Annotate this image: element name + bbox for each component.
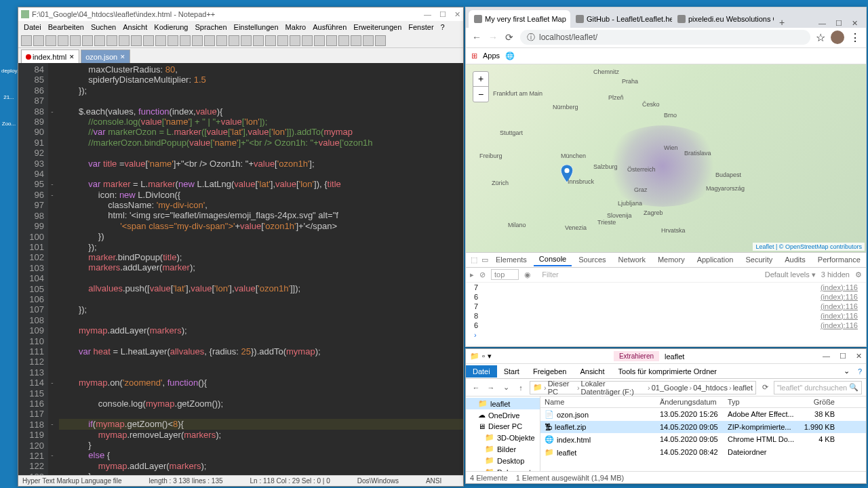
list-header[interactable]: Name Änderungsdatum Typ Größe <box>540 396 866 408</box>
device-toggle-icon[interactable]: ▭ <box>479 256 489 264</box>
dt-tab-audits[interactable]: Audits <box>779 253 811 266</box>
toolbar-button[interactable] <box>180 35 191 46</box>
console-row[interactable]: 8(index):116 <box>466 311 866 321</box>
toolbar-button[interactable] <box>338 35 349 46</box>
file-row[interactable]: 📁leaflet14.05.2020 08:42Dateiordner <box>540 446 866 459</box>
col-size[interactable]: Größe <box>798 396 839 407</box>
inspect-icon[interactable]: ⬚ <box>469 256 478 264</box>
apps-label[interactable]: Apps <box>483 52 500 60</box>
tree-item[interactable]: 📁Dokumente <box>466 466 540 471</box>
chrome-tab[interactable]: GitHub - Leaflet/Leaflet.heat ✕ <box>570 10 672 28</box>
toolbar-button[interactable] <box>363 35 374 46</box>
toolbar-button[interactable] <box>33 35 44 46</box>
npp-tab-active[interactable]: index.html ✕ <box>21 49 79 63</box>
breadcrumb-segment[interactable]: Dieser PC <box>548 380 576 396</box>
apps-icon[interactable]: ⊞ <box>471 52 477 60</box>
console-sidebar-toggle-icon[interactable]: ▸ <box>470 270 474 279</box>
help-icon[interactable]: ? <box>854 367 866 375</box>
menu-item[interactable]: Fenster <box>406 23 436 31</box>
ribbon-tab-datei[interactable]: Datei <box>466 365 497 378</box>
new-tab-button[interactable]: + <box>774 17 790 28</box>
desktop-icon[interactable]: Zoo... <box>1 121 16 127</box>
menu-item[interactable]: Suchen <box>88 23 119 31</box>
tree-item[interactable]: 📁3D-Objekte <box>466 432 540 443</box>
dt-tab-memory[interactable]: Memory <box>652 253 690 266</box>
desktop-icon[interactable]: deploy... <box>1 68 16 74</box>
maximize-button[interactable]: ☐ <box>835 19 842 28</box>
file-row[interactable]: 🌐index.html14.05.2020 09:05Chrome HTML D… <box>540 433 866 446</box>
breadcrumb-segment[interactable]: 01_Google <box>652 384 688 392</box>
console-settings-icon[interactable]: ⚙ <box>855 270 862 279</box>
file-row[interactable]: 📄ozon.json13.05.2020 15:26Adobe After Ef… <box>540 408 866 421</box>
explorer-nav-tree[interactable]: 📁leaflet☁OneDrive🖥Dieser PC📁3D-Objekte📁B… <box>466 396 540 471</box>
toolbar-button[interactable] <box>375 35 386 46</box>
toolbar-button[interactable] <box>94 35 105 46</box>
toolbar-button[interactable] <box>82 35 93 46</box>
forward-button[interactable]: → <box>485 384 497 392</box>
minimize-button[interactable]: — <box>818 19 826 28</box>
toolbar-button[interactable] <box>131 35 142 46</box>
file-row[interactable]: 🗜leaflet.zip14.05.2020 09:05ZIP-komprimi… <box>540 421 866 433</box>
console-row[interactable]: 7(index):116 <box>466 283 866 292</box>
console-row[interactable]: 7(index):116 <box>466 302 866 311</box>
reload-button[interactable]: ⟳ <box>504 32 515 43</box>
menu-item[interactable]: Einstellungen <box>231 23 281 31</box>
breadcrumb-segment[interactable]: Lokaler Datenträger (F:) <box>581 380 646 396</box>
refresh-button[interactable]: ⟳ <box>759 383 771 392</box>
zoom-out-button[interactable]: − <box>473 87 488 102</box>
ribbon-tab-start[interactable]: Start <box>497 365 526 378</box>
dt-tab-security[interactable]: Security <box>740 253 778 266</box>
toolbar-button[interactable] <box>119 35 130 46</box>
explorer-search-input[interactable]: "leaflet" durchsuchen 🔍 <box>774 381 862 394</box>
toolbar-button[interactable] <box>155 35 166 46</box>
menu-item[interactable]: Makro <box>283 23 309 31</box>
back-button[interactable]: ← <box>470 384 482 392</box>
url-input[interactable]: ⓘ localhost/leaflet/ <box>520 30 810 45</box>
maximize-button[interactable]: ☐ <box>439 10 446 19</box>
tree-item[interactable]: 📁Bilder <box>466 443 540 455</box>
desktop-icon[interactable]: 21... <box>1 94 16 100</box>
console-output[interactable]: 7(index):1166(index):1167(index):1168(in… <box>466 283 866 346</box>
toolbar-button[interactable] <box>58 35 68 46</box>
toolbar-button[interactable] <box>21 35 32 46</box>
toolbar-button[interactable] <box>314 35 325 46</box>
explorer-file-list[interactable]: Name Änderungsdatum Typ Größe 📄ozon.json… <box>540 396 866 471</box>
toolbar-button[interactable] <box>192 35 203 46</box>
col-date[interactable]: Änderungsdatum <box>656 396 724 407</box>
maximize-button[interactable]: ☐ <box>840 352 846 361</box>
map-attribution[interactable]: Leaflet | © OpenStreetMap contributors <box>753 243 865 251</box>
toolbar-button[interactable] <box>204 35 215 46</box>
dt-tab-sources[interactable]: Sources <box>573 253 611 266</box>
menu-item[interactable]: Ansicht <box>120 23 150 31</box>
dt-tab-application[interactable]: Application <box>692 253 739 266</box>
dt-tab-performance[interactable]: Performance <box>812 253 866 266</box>
tab-close-icon[interactable]: ✕ <box>120 54 125 60</box>
qat-icon[interactable]: ▫ <box>482 352 485 361</box>
col-name[interactable]: Name <box>540 396 656 407</box>
chrome-tab-active[interactable]: My very first Leaflet Map ✕ <box>469 10 570 28</box>
forward-button[interactable]: → <box>488 32 498 43</box>
toolbar-button[interactable] <box>253 35 264 46</box>
dt-tab-console[interactable]: Console <box>534 253 572 266</box>
tab-close-icon[interactable]: ✕ <box>69 54 75 60</box>
menu-item[interactable]: Sprachen <box>192 23 229 31</box>
console-filter-input[interactable]: Filter <box>536 270 759 279</box>
ribbon-tab-ansicht[interactable]: Ansicht <box>573 365 611 378</box>
toolbar-button[interactable] <box>351 35 361 46</box>
clear-console-icon[interactable]: ⊘ <box>479 270 486 279</box>
tree-item[interactable]: 🖥Dieser PC <box>466 421 540 432</box>
minimize-button[interactable]: — <box>424 10 431 19</box>
toolbar-button[interactable] <box>241 35 252 46</box>
recent-locations-icon[interactable]: ⌄ <box>500 383 512 392</box>
chrome-tab[interactable]: pixeledi.eu Websolutions Gl ✕ <box>672 10 774 28</box>
toolbar-button[interactable] <box>143 35 154 46</box>
breadcrumb[interactable]: 📁 › Dieser PC › Lokaler Datenträger (F:)… <box>530 381 756 394</box>
toolbar-button[interactable] <box>216 35 227 46</box>
toolbar-button[interactable] <box>277 35 288 46</box>
close-button[interactable]: ✕ <box>856 352 862 361</box>
ribbon-expand-icon[interactable]: ⌄ <box>840 367 854 375</box>
console-context[interactable]: top <box>491 269 519 280</box>
toolbar-button[interactable] <box>290 35 300 46</box>
dt-tab-elements[interactable]: Elements <box>490 253 532 266</box>
chrome-menu-icon[interactable]: ⋮ <box>850 31 861 44</box>
